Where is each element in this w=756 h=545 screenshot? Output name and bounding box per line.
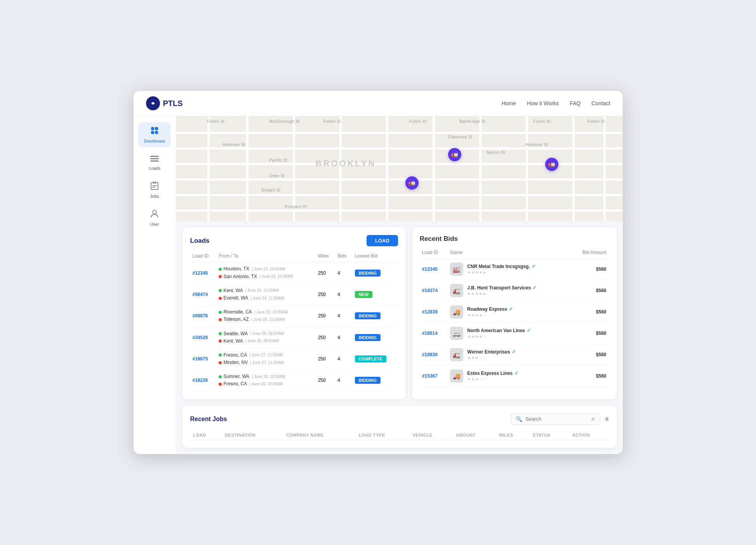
bids-table: Load ID Name Bid Amount #12345 🏭 CNR Met… xyxy=(420,248,609,387)
street-h1 xyxy=(176,132,623,134)
from-to-4: Fresno, CA | June 27, 11:00AM Minden, NV… xyxy=(219,352,313,366)
load-button[interactable]: LOAD xyxy=(367,235,398,246)
company-cell-0: 🏭 CNR Metal Trade Incsgsgsg. ✓ ★★★★★ xyxy=(450,263,568,276)
search-input[interactable] xyxy=(525,416,587,422)
truck-pin-2: 🚛 xyxy=(448,148,461,161)
load-id-4: #19875 xyxy=(193,356,208,362)
map-label-bergen: Bergen St xyxy=(262,188,281,192)
loads-table: Load ID From / To Miles Bids Lowest Bid … xyxy=(190,252,398,391)
company-cell-3: 🚐 North American Van Lines ✓ ★★★★☆ xyxy=(450,327,568,340)
street-h5 xyxy=(176,194,623,196)
company-thumb-0: 🏭 xyxy=(450,263,463,276)
sidebar-item-user-label: User xyxy=(150,222,159,226)
loads-table-row[interactable]: #56474 Kent, WA | June 24, 11:00AM Evere… xyxy=(190,284,398,305)
bid-amount-2: $560 xyxy=(570,301,609,323)
loads-col-id: Load ID xyxy=(190,252,217,262)
map-label-herkimer2: Herkimer St xyxy=(526,143,548,147)
bids-count-3: 4 xyxy=(335,327,352,348)
miles-5: 250 xyxy=(316,370,335,391)
map-label-herkimer: Herkimer St xyxy=(223,143,245,147)
jobs-header: Recent Jobs 🔍 ✕ ≡ xyxy=(190,413,609,425)
company-thumb-5: 🚚 xyxy=(450,369,463,383)
brooklyn-label: BROOKLYN xyxy=(316,158,376,169)
street-v5 xyxy=(386,116,388,221)
map-label-fulton-st5: Fulton St xyxy=(588,119,605,124)
search-bar[interactable]: 🔍 ✕ xyxy=(511,413,600,425)
street-v7 xyxy=(479,116,481,221)
load-id-2: #09876 xyxy=(193,313,208,319)
status-badge-2: BIDDING xyxy=(355,312,381,319)
sidebar-item-user[interactable]: User xyxy=(138,205,171,230)
jobs-col-action: ACTION xyxy=(569,430,609,440)
bids-table-row[interactable]: #19836 🚛 Werner Enterprises ✓ ★★★☆☆ $560 xyxy=(420,344,609,366)
svg-rect-6 xyxy=(150,156,159,157)
bids-table-row[interactable]: #12839 🚚 Roadway Express ✓ ★★★★☆ $560 xyxy=(420,301,609,323)
bids-count-5: 4 xyxy=(335,370,352,391)
bid-id-0: #12345 xyxy=(420,259,448,280)
street-h6 xyxy=(176,209,623,212)
to-dot-4 xyxy=(219,361,222,364)
svg-rect-4 xyxy=(151,131,154,134)
bids-table-row[interactable]: #18374 🚛 J.B. Hunt Transport Services ✓ … xyxy=(420,280,609,301)
map-label-fulton-st2: Fulton St xyxy=(324,119,341,124)
nav-how-it-works[interactable]: How it Works xyxy=(527,100,559,106)
status-badge-1: NEW xyxy=(355,291,373,298)
sidebar-item-loads-label: Loads xyxy=(149,166,160,171)
from-dot-2 xyxy=(219,311,222,314)
map-label-fulton-st3: Fulton St xyxy=(409,119,427,124)
map-label-fulton-st4: Fulton St xyxy=(534,119,551,124)
bid-amount-4: $560 xyxy=(570,344,609,366)
bids-panel-title: Recent Bids xyxy=(420,235,609,243)
street-v9 xyxy=(572,116,575,221)
street-v10 xyxy=(603,116,606,221)
verified-icon-3: ✓ xyxy=(527,327,531,333)
loads-table-row[interactable]: #12345 Houston, TX | June 23, 10:00AM Sa… xyxy=(190,262,398,284)
from-to-1: Kent, WA | June 24, 11:00AM Everett, WA … xyxy=(219,287,313,302)
street-v8 xyxy=(526,116,528,221)
content-area: Fulton St Fulton St Fulton St Fulton St … xyxy=(176,116,623,454)
nav-contact[interactable]: Contact xyxy=(591,100,610,106)
svg-rect-5 xyxy=(155,131,158,134)
miles-0: 250 xyxy=(316,262,335,284)
close-icon[interactable]: ✕ xyxy=(591,416,595,422)
nav-home[interactable]: Home xyxy=(502,100,516,106)
map-label-chauncey: Chauncey St xyxy=(448,135,473,139)
search-icon: 🔍 xyxy=(516,416,522,422)
sidebar-item-loads[interactable]: Loads xyxy=(138,150,171,174)
loads-table-row[interactable]: #19875 Fresno, CA | June 27, 11:00AM Min… xyxy=(190,348,398,369)
street-v6 xyxy=(433,116,435,221)
svg-rect-3 xyxy=(155,127,158,130)
from-dot-4 xyxy=(219,353,222,357)
sidebar-item-jobs[interactable]: Jobs xyxy=(138,178,171,202)
from-to-0: Houston, TX | June 23, 10:00AM San Anton… xyxy=(219,265,313,280)
loads-table-row[interactable]: #34526 Seattle, WA | June 26, 08:00AM Ke… xyxy=(190,327,398,348)
stars-0: ★★★★★ xyxy=(467,270,535,275)
nav-links: Home How it Works FAQ Contact xyxy=(502,100,610,107)
loads-table-row[interactable]: #18226 Sumner, WA | June 28, 10:00AM Fre… xyxy=(190,370,398,391)
bid-amount-1: $560 xyxy=(570,280,609,301)
company-cell-1: 🚛 J.B. Hunt Transport Services ✓ ★★★★★ xyxy=(450,284,568,297)
company-info-0: CNR Metal Trade Incsgsgsg. ✓ ★★★★★ xyxy=(467,263,535,275)
company-cell-2: 🚚 Roadway Express ✓ ★★★★☆ xyxy=(450,305,568,319)
from-dot-3 xyxy=(219,332,222,335)
bids-table-row[interactable]: #15367 🚚 Estes Express Lines ✓ ★★★☆☆ $56… xyxy=(420,366,609,387)
bid-amount-3: $560 xyxy=(570,323,609,344)
jobs-col-status: STATUS xyxy=(530,430,569,440)
map-label-dean: Dean St xyxy=(269,174,285,178)
loads-col-bids: Bids xyxy=(335,252,352,262)
bid-amount-0: $560 xyxy=(570,259,609,280)
loads-table-row[interactable]: #09876 Riverside, CA | June 25, 10:00AM … xyxy=(190,305,398,327)
company-cell-5: 🚚 Estes Express Lines ✓ ★★★☆☆ xyxy=(450,369,568,383)
bids-table-row[interactable]: #16514 🚐 North American Van Lines ✓ ★★★★… xyxy=(420,323,609,344)
bids-count-0: 4 xyxy=(335,262,352,284)
bids-col-id: Load ID xyxy=(420,248,448,259)
nav-faq[interactable]: FAQ xyxy=(570,100,580,106)
logo-text: PTLS xyxy=(163,99,183,108)
filter-icon[interactable]: ≡ xyxy=(605,416,608,423)
loads-col-bid: Lowest Bid xyxy=(353,252,398,262)
sidebar-item-dashboard[interactable]: Dashboard xyxy=(138,122,171,147)
svg-rect-11 xyxy=(155,181,156,184)
svg-point-14 xyxy=(153,210,156,214)
stars-1: ★★★★★ xyxy=(467,291,537,296)
bids-table-row[interactable]: #12345 🏭 CNR Metal Trade Incsgsgsg. ✓ ★★… xyxy=(420,259,609,280)
